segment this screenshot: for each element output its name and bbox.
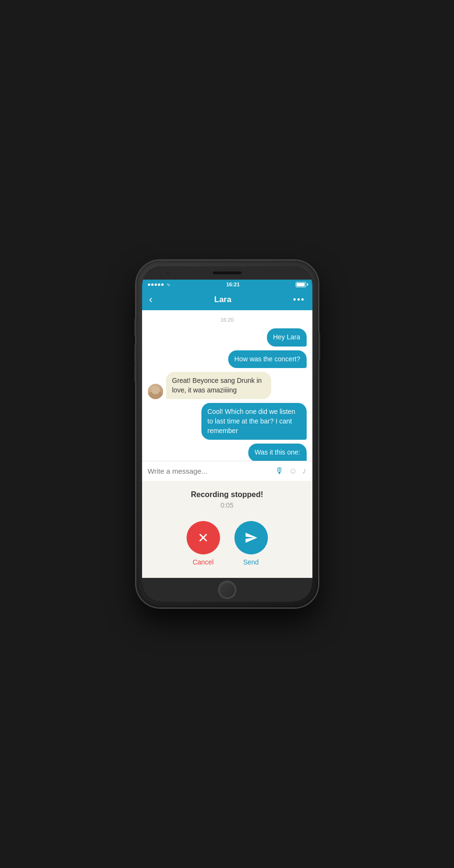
battery-fill (297, 283, 304, 286)
phone-screen: ∿ 16:21 ‹ Lara ••• 16:20 Hey Lara (142, 266, 312, 602)
avatar-image (148, 384, 163, 399)
phone-top-bar (142, 266, 312, 280)
status-time: 16:21 (226, 282, 240, 287)
camera-icon (166, 271, 170, 275)
chat-area: 16:20 Hey Lara How was the concert? Grea… (142, 310, 312, 461)
status-bar: ∿ 16:21 (142, 280, 312, 289)
recording-title: Recording stopped! (191, 490, 263, 499)
recording-area: Recording stopped! 0:05 ✕ Cancel (142, 481, 312, 578)
screen-content: ∿ 16:21 ‹ Lara ••• 16:20 Hey Lara (142, 280, 312, 578)
message-bubble-5: Was it this one: (248, 444, 306, 461)
avatar (148, 384, 163, 399)
send-icon (244, 531, 258, 544)
speaker-grille (213, 271, 242, 274)
message-row-4: Cool! Which one did we listen to last ti… (148, 403, 307, 440)
more-button[interactable]: ••• (293, 295, 305, 305)
message-bubble-3: Great! Beyonce sang Drunk in love, it wa… (166, 372, 271, 399)
chat-timestamp: 16:20 (148, 317, 307, 323)
microphone-icon[interactable]: 🎙 (275, 466, 284, 476)
message-row-3: Great! Beyonce sang Drunk in love, it wa… (148, 372, 307, 399)
wifi-icon: ∿ (166, 282, 170, 287)
action-buttons: ✕ Cancel Send (187, 521, 268, 566)
signal-dot-1 (148, 283, 150, 286)
back-button[interactable]: ‹ (149, 293, 153, 306)
send-button[interactable] (234, 521, 268, 554)
message-row-5: Was it this one: (148, 444, 307, 461)
send-button-wrap: Send (234, 521, 268, 566)
send-label: Send (243, 558, 259, 566)
emoji-icon[interactable]: ☺ (288, 466, 297, 476)
signal-dot-5 (161, 283, 164, 286)
input-area: 🎙 ☺ ♪ (142, 461, 312, 481)
signal-dot-4 (158, 283, 160, 286)
message-bubble-4: Cool! Which one did we listen to last ti… (201, 403, 307, 440)
signal-strength (148, 283, 164, 286)
status-left: ∿ (148, 282, 170, 287)
music-icon[interactable]: ♪ (302, 466, 307, 476)
phone-device: ∿ 16:21 ‹ Lara ••• 16:20 Hey Lara (136, 260, 318, 608)
chat-title: Lara (214, 295, 232, 304)
cancel-button[interactable]: ✕ (187, 521, 220, 554)
nav-bar: ‹ Lara ••• (142, 289, 312, 310)
home-button[interactable] (219, 581, 236, 598)
message-row-2: How was the concert? (148, 350, 307, 369)
cancel-label: Cancel (193, 558, 214, 566)
recording-time: 0:05 (221, 501, 233, 509)
message-row-1: Hey Lara (148, 328, 307, 347)
message-input[interactable] (148, 467, 271, 475)
signal-dot-3 (155, 283, 157, 286)
message-bubble-1: Hey Lara (267, 328, 307, 347)
message-bubble-2: How was the concert? (228, 350, 307, 369)
battery-icon (296, 282, 306, 287)
cancel-button-wrap: ✕ Cancel (187, 521, 220, 566)
signal-dot-2 (151, 283, 154, 286)
phone-bottom (142, 578, 312, 602)
